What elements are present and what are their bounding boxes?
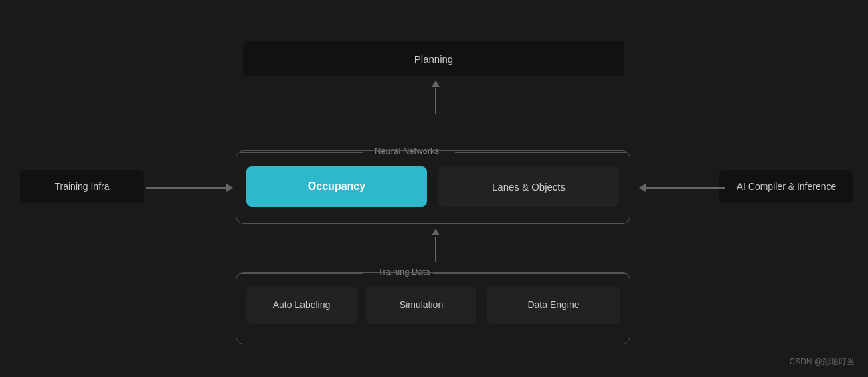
occupancy-label: Occupancy bbox=[308, 180, 365, 193]
arrow-head-up-mid bbox=[432, 229, 440, 235]
ai-compiler-label: AI Compiler & Inference bbox=[737, 181, 837, 192]
arrow-right-training-infra bbox=[146, 184, 233, 192]
arrow-line-up-top bbox=[435, 88, 436, 114]
training-infra-box: Training Infra bbox=[20, 170, 144, 203]
arrow-line-up-mid bbox=[435, 237, 436, 262]
arrow-up-to-planning bbox=[431, 80, 440, 114]
occupancy-box[interactable]: Occupancy bbox=[246, 166, 427, 207]
auto-labeling-label: Auto Labeling bbox=[273, 299, 331, 310]
arrow-head-right bbox=[226, 184, 233, 192]
ai-compiler-box: AI Compiler & Inference bbox=[719, 170, 853, 203]
arrow-line-right bbox=[146, 187, 226, 188]
planning-box: Planning bbox=[243, 41, 624, 76]
simulation-label: Simulation bbox=[400, 299, 443, 310]
simulation-box[interactable]: Simulation bbox=[366, 286, 476, 324]
arrow-head-left bbox=[639, 184, 646, 192]
watermark: CSDN @彭啦叮当 bbox=[789, 356, 855, 368]
diagram-container: Planning Neural Networks Occupancy Lanes… bbox=[0, 0, 868, 377]
training-infra-label: Training Infra bbox=[55, 181, 110, 192]
planning-label: Planning bbox=[414, 53, 453, 65]
data-engine-label: Data Engine bbox=[527, 299, 579, 310]
arrow-left-ai-compiler bbox=[639, 184, 725, 192]
lanes-label: Lanes & Objects bbox=[492, 181, 566, 193]
arrow-up-to-neural bbox=[431, 229, 440, 262]
arrow-head-up-top bbox=[432, 80, 440, 87]
arrow-line-left bbox=[646, 187, 725, 188]
auto-labeling-box[interactable]: Auto Labeling bbox=[246, 286, 357, 324]
data-engine-box[interactable]: Data Engine bbox=[487, 286, 620, 324]
lanes-box[interactable]: Lanes & Objects bbox=[438, 166, 619, 207]
